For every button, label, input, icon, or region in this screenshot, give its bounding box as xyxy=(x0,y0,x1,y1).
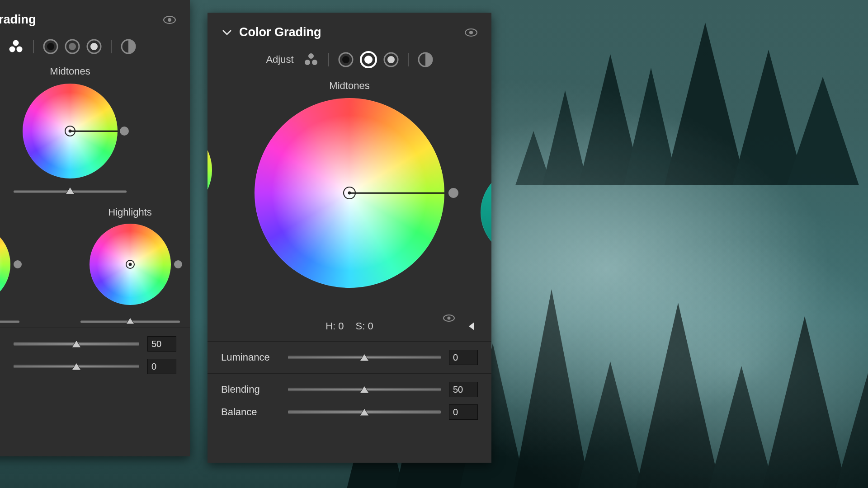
svg-marker-49 xyxy=(360,386,369,393)
svg-marker-48 xyxy=(360,354,369,361)
svg-marker-6 xyxy=(787,77,859,185)
highlights-label: Highlights xyxy=(108,206,152,218)
svg-marker-31 xyxy=(72,340,81,347)
divider xyxy=(408,53,409,66)
balance-value-input[interactable]: 0 xyxy=(449,404,478,420)
shadows-color-wheel[interactable] xyxy=(0,224,10,305)
svg-marker-11 xyxy=(574,361,646,488)
blending-value-input[interactable]: 50 xyxy=(147,336,176,352)
midtones-luminance-slider[interactable] xyxy=(14,190,127,193)
svg-point-39 xyxy=(342,56,349,63)
svg-point-19 xyxy=(9,47,15,52)
svg-point-41 xyxy=(364,56,373,64)
luminance-slider[interactable] xyxy=(288,356,441,359)
three-wheels-icon[interactable] xyxy=(8,38,24,55)
svg-point-22 xyxy=(47,43,54,50)
shadows-luminance-slider[interactable] xyxy=(0,320,19,323)
balance-slider[interactable] xyxy=(288,410,441,414)
svg-point-37 xyxy=(312,60,317,65)
hue-label: H: xyxy=(326,320,335,332)
sat-label: S: xyxy=(356,320,365,332)
svg-point-36 xyxy=(305,60,310,65)
blending-slider[interactable] xyxy=(14,342,139,346)
panel-title: r Grading xyxy=(0,13,156,27)
svg-point-17 xyxy=(168,18,171,22)
svg-marker-32 xyxy=(72,363,81,370)
svg-point-35 xyxy=(308,53,314,59)
highlights-circle-icon[interactable] xyxy=(86,39,102,54)
collapse-arrow-icon[interactable] xyxy=(468,321,476,331)
svg-marker-12 xyxy=(633,303,723,488)
sat-value[interactable]: 0 xyxy=(368,320,373,332)
svg-marker-1 xyxy=(542,90,588,185)
svg-marker-47 xyxy=(469,322,474,330)
midtones-color-wheel[interactable] xyxy=(23,84,118,178)
luminance-value-input[interactable]: 0 xyxy=(449,350,478,365)
visibility-eye-icon[interactable] xyxy=(464,28,478,38)
svg-marker-10 xyxy=(511,289,592,488)
divider xyxy=(328,53,329,66)
midtones-circle-icon[interactable] xyxy=(65,39,80,54)
shadows-circle-icon[interactable] xyxy=(338,52,354,67)
shadows-circle-icon[interactable] xyxy=(43,39,58,54)
blending-label: Blending xyxy=(221,384,280,395)
svg-marker-4 xyxy=(665,23,746,185)
highlights-luminance-slider[interactable] xyxy=(80,320,180,323)
svg-point-24 xyxy=(69,43,76,50)
hue-handle[interactable] xyxy=(174,260,182,268)
svg-marker-30 xyxy=(126,318,134,324)
visibility-eye-icon[interactable] xyxy=(163,15,176,25)
svg-marker-50 xyxy=(360,408,369,416)
luminance-label: Luminance xyxy=(221,352,280,363)
adjust-label: Adjust xyxy=(266,54,293,66)
hue-handle[interactable] xyxy=(120,127,129,136)
prev-wheel-slice[interactable] xyxy=(208,125,212,215)
midtones-circle-icon[interactable] xyxy=(360,51,377,68)
hue-sat-readout: H: 0 S: 0 xyxy=(208,316,491,337)
highlights-color-wheel[interactable] xyxy=(90,224,171,305)
svg-marker-28 xyxy=(66,187,75,194)
wheel-center-marker[interactable] xyxy=(65,126,75,136)
color-grading-panel: Color Grading Adjust Midtones xyxy=(208,13,491,463)
balance-label: Balance xyxy=(221,406,280,418)
highlights-circle-icon[interactable] xyxy=(383,52,399,67)
next-wheel-slice[interactable] xyxy=(481,167,491,258)
midtones-label: Midtones xyxy=(0,66,190,77)
hue-handle[interactable] xyxy=(448,188,458,198)
divider xyxy=(33,40,34,53)
wheel-center-marker[interactable] xyxy=(343,187,356,199)
adjust-mode-row: st xyxy=(0,35,190,64)
panel-title: Color Grading xyxy=(239,25,458,39)
hue-handle[interactable] xyxy=(14,260,22,268)
blending-value-input[interactable]: 50 xyxy=(449,382,478,397)
svg-marker-14 xyxy=(760,316,850,488)
midtones-label: Midtones xyxy=(208,80,491,92)
chevron-down-icon[interactable] xyxy=(221,27,233,38)
adjust-mode-row: Adjust xyxy=(208,47,491,77)
svg-point-34 xyxy=(469,31,473,34)
svg-point-20 xyxy=(17,47,23,52)
midtones-color-wheel-large[interactable] xyxy=(255,98,444,288)
hue-value[interactable]: 0 xyxy=(338,320,344,332)
color-grading-panel-clipped: r Grading st Midtones xyxy=(0,0,190,456)
svg-point-26 xyxy=(90,43,98,50)
divider xyxy=(111,40,112,53)
balance-value-input[interactable]: 0 xyxy=(147,359,176,374)
svg-marker-13 xyxy=(705,366,778,488)
global-circle-icon[interactable] xyxy=(418,52,433,67)
three-wheels-icon[interactable] xyxy=(303,52,319,68)
svg-point-43 xyxy=(387,56,395,63)
svg-point-18 xyxy=(13,40,19,46)
blending-slider[interactable] xyxy=(288,388,441,391)
global-circle-icon[interactable] xyxy=(121,39,136,54)
balance-slider[interactable] xyxy=(14,365,139,368)
